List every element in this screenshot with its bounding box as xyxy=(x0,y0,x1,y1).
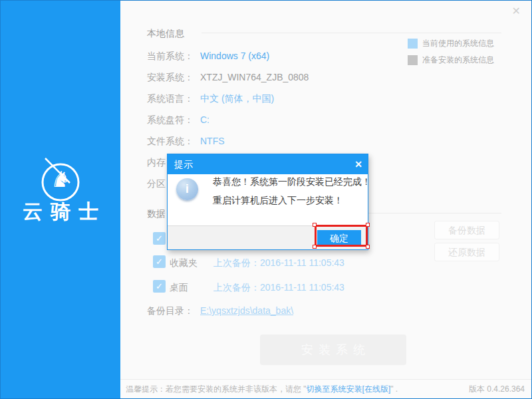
restore-data-button[interactable]: 还原数据 xyxy=(434,243,499,261)
checkbox-favorites[interactable]: ✓ xyxy=(153,255,166,268)
legend-label: 当前使用的系统信息 xyxy=(422,38,494,49)
section-title-local-info: 本地信息 xyxy=(147,28,184,40)
checkbox-documents[interactable]: ✓ xyxy=(153,232,166,245)
field-label: 安装系统： xyxy=(147,72,194,82)
legend-swatch-blue xyxy=(408,39,418,49)
row-file-system: 文件系统： NTFS xyxy=(147,136,194,148)
footer-switch-link[interactable]: 切换至系统安装[在线版] xyxy=(307,384,391,394)
window-close-icon[interactable]: ✕ xyxy=(512,6,521,17)
section-title-data-backup: 数据 xyxy=(147,208,166,220)
check-icon: ✓ xyxy=(156,257,163,267)
backup-item-label: 收藏夹 xyxy=(170,257,198,269)
knight-horse-icon: ♞ xyxy=(36,168,85,190)
row-system-drive: 系统盘符： C: xyxy=(147,114,194,126)
legend-item-target: 准备安装的系统信息 xyxy=(408,55,494,66)
row-system-language: 系统语言： 中文 (简体，中国) xyxy=(147,93,194,105)
row-install-system: 安装系统： XTZJ_WIN764_ZJB_0808 xyxy=(147,72,194,84)
row-partition: 分区 xyxy=(147,178,166,190)
backup-dir-link[interactable]: E:\yqsxtzjds\data_bak\ xyxy=(200,305,293,316)
dialog-close-icon[interactable]: ✕ xyxy=(354,154,362,174)
field-value: XTZJ_WIN764_ZJB_0808 xyxy=(200,72,309,82)
field-value: 中文 (简体，中国) xyxy=(200,93,274,105)
footer-tip-text: 温馨提示：若您需要安装的系统并非该版本，请您 " xyxy=(126,384,307,394)
dialog-message-line1: 恭喜您！系统第一阶段安装已经完成！ xyxy=(213,176,371,188)
backup-item-time: 上次备份：2016-11-11 11:05:43 xyxy=(213,282,344,294)
info-icon: i xyxy=(176,178,198,200)
section-divider xyxy=(201,33,501,33)
row-memory: 内存 xyxy=(147,157,166,169)
backup-item-time: 上次备份：2016-11-11 11:05:43 xyxy=(213,257,344,269)
row-current-system: 当前系统： Windows 7 (x64) xyxy=(147,51,194,63)
field-value: Windows 7 (x64) xyxy=(200,51,269,61)
dialog-title: 提示 xyxy=(168,154,368,174)
app-window: ♞ 云骑士 ✕ 本地信息 当前使用的系统信息 准备安装的系统信息 当前系统： W… xyxy=(0,0,532,399)
field-label: 系统盘符： xyxy=(147,114,194,125)
ok-button[interactable]: 确定 xyxy=(317,230,361,246)
check-icon: ✓ xyxy=(156,281,163,291)
field-label: 文件系统： xyxy=(147,136,194,146)
checkbox-desktop[interactable]: ✓ xyxy=(153,280,166,293)
install-system-button[interactable]: 安装系统 xyxy=(260,334,406,365)
field-label: 系统语言： xyxy=(147,93,194,104)
backup-dir-label: 备份目录： xyxy=(147,305,194,317)
field-label: 当前系统： xyxy=(147,51,194,61)
legend-swatch-gray xyxy=(408,55,418,65)
field-value: C: xyxy=(200,114,209,125)
field-label: 分区 xyxy=(147,178,166,189)
field-label: 内存 xyxy=(147,157,166,168)
sidebar: ♞ 云骑士 xyxy=(1,1,120,398)
field-value: NTFS xyxy=(200,136,225,146)
backup-item-label: 桌面 xyxy=(170,282,188,294)
footer-tip-suffix: " . xyxy=(390,384,398,394)
footer-bar: 温馨提示：若您需要安装的系统并非该版本，请您 "切换至系统安装[在线版]" . … xyxy=(120,379,531,398)
brand-name: 云骑士 xyxy=(1,198,120,225)
dialog-footer: 确定 xyxy=(168,225,368,249)
dialog-message-line2: 重启计算机后进入下一步安装！ xyxy=(213,195,343,207)
version-label: 版本 0.4.26.364 xyxy=(469,380,525,398)
legend-item-current: 当前使用的系统信息 xyxy=(408,38,494,49)
check-icon: ✓ xyxy=(156,233,163,243)
legend: 当前使用的系统信息 准备安装的系统信息 xyxy=(408,38,494,71)
legend-label: 准备安装的系统信息 xyxy=(422,55,494,66)
backup-data-button[interactable]: 备份数据 xyxy=(434,221,499,239)
prompt-dialog: 提示 ✕ i 恭喜您！系统第一阶段安装已经完成！ 重启计算机后进入下一步安装！ … xyxy=(167,154,368,250)
